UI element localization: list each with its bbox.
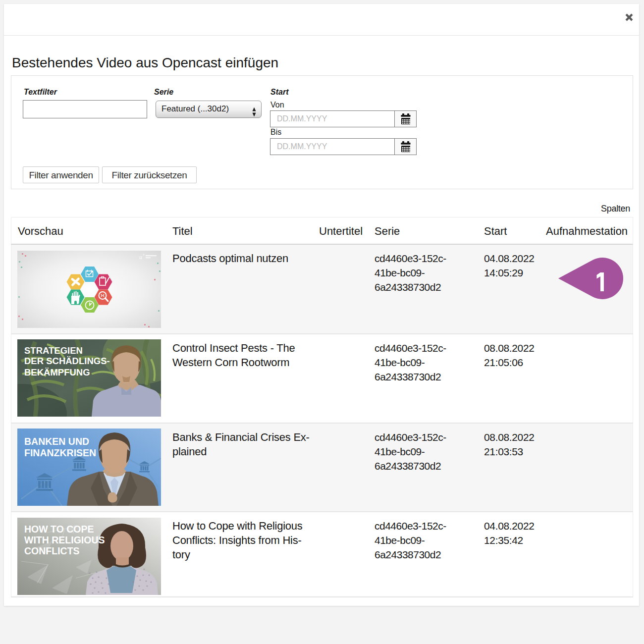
svg-text:WITH RELIGIOUS: WITH RELIGIOUS [24, 535, 105, 545]
svg-text:CONFLICTS: CONFLICTS [24, 545, 80, 556]
svg-text:u: u [139, 254, 142, 261]
svg-text:FINANZKRISEN: FINANZKRISEN [24, 447, 96, 458]
svg-text:BEKÄMPFUNG: BEKÄMPFUNG [24, 367, 90, 377]
svg-text:DER SCHÄDLINGS-: DER SCHÄDLINGS- [24, 356, 110, 366]
svg-text:BANKEN UND: BANKEN UND [24, 436, 89, 447]
svg-text:STRATEGIEN: STRATEGIEN [24, 345, 83, 356]
svg-text:HOW TO COPE: HOW TO COPE [24, 524, 94, 535]
